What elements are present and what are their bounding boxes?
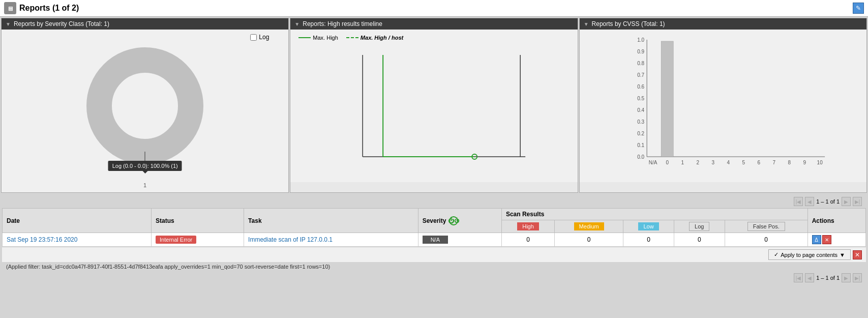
date-link[interactable]: Sat Sep 19 23:57:16 2020 bbox=[7, 236, 77, 243]
action-details-btn[interactable]: Δ bbox=[812, 235, 821, 244]
falsepos-filter-btn[interactable]: False Pos. bbox=[747, 222, 785, 231]
timeline-legend: Max. High Max. High / host bbox=[294, 35, 403, 41]
bottom-prev-page-btn[interactable]: ◀ bbox=[805, 273, 814, 282]
reports-icon: ▤ bbox=[4, 2, 16, 14]
svg-rect-33 bbox=[661, 41, 673, 157]
row-date: Sat Sep 19 23:57:16 2020 bbox=[3, 233, 152, 247]
svg-text:4: 4 bbox=[727, 160, 730, 165]
svg-text:0.4: 0.4 bbox=[637, 107, 644, 113]
donut-count: 1 bbox=[143, 182, 146, 188]
footer-row: ✓ Apply to page contents ▼ ✕ bbox=[2, 247, 866, 262]
log-label: Log bbox=[259, 34, 269, 41]
th-task: Task bbox=[244, 209, 418, 233]
legend-dashed-line bbox=[346, 37, 358, 38]
severity-chart-body: Log Log (0.0 - 0.0): 100.0% (1) 1 bbox=[2, 30, 288, 192]
power-icon[interactable]: ⏻ bbox=[449, 216, 458, 225]
log-checkbox[interactable] bbox=[250, 34, 257, 41]
th-log: Log bbox=[674, 220, 725, 233]
svg-text:10: 10 bbox=[817, 160, 823, 165]
close-footer-btn[interactable]: ✕ bbox=[853, 250, 862, 259]
reports-table: Date Status Task Severity ⏻ Scan Results… bbox=[2, 208, 866, 247]
th-date: Date bbox=[3, 209, 152, 233]
last-page-btn[interactable]: ▶| bbox=[853, 197, 862, 206]
top-bar: ▤ Reports (1 of 2) ✎ bbox=[0, 0, 868, 17]
svg-point-0 bbox=[99, 60, 191, 152]
svg-text:1.0: 1.0 bbox=[637, 37, 644, 43]
row-task: Immediate scan of IP 127.0.0.1 bbox=[244, 233, 418, 247]
edit-button[interactable]: ✎ bbox=[853, 3, 864, 14]
page-title: ▤ Reports (1 of 2) bbox=[4, 2, 79, 14]
pagination-text: 1 – 1 of 1 bbox=[816, 198, 840, 205]
th-actions: Actions bbox=[807, 209, 865, 233]
table-section: |◀ ◀ 1 – 1 of 1 ▶ ▶| Date Status Task Se… bbox=[0, 194, 868, 285]
legend-max-high-host: Max. High / host bbox=[346, 35, 403, 41]
cvss-panel: ▼ Reports by CVSS (Total: 1) 1.0 0.9 0.8… bbox=[579, 18, 867, 193]
th-status: Status bbox=[152, 209, 244, 233]
row-high: 0 bbox=[501, 233, 554, 247]
th-falsepos: False Pos. bbox=[725, 220, 807, 233]
bottom-next-page-btn[interactable]: ▶ bbox=[842, 273, 851, 282]
medium-filter-btn[interactable]: Medium bbox=[574, 222, 604, 230]
svg-text:0: 0 bbox=[666, 160, 669, 165]
high-filter-btn[interactable]: High bbox=[517, 222, 539, 230]
svg-text:0.8: 0.8 bbox=[637, 61, 644, 66]
collapse-arrow[interactable]: ▼ bbox=[6, 21, 11, 27]
cvss-chart-body: 1.0 0.9 0.8 0.7 0.6 0.5 0.4 0.3 0.2 0.1 … bbox=[580, 30, 866, 182]
th-severity: Severity ⏻ bbox=[418, 209, 501, 233]
severity-panel-title: Reports by Severity Class (Total: 1) bbox=[14, 20, 109, 27]
svg-text:0.3: 0.3 bbox=[637, 119, 644, 125]
svg-text:6: 6 bbox=[757, 160, 760, 165]
svg-text:2: 2 bbox=[696, 160, 699, 165]
th-scan-results: Scan Results bbox=[501, 209, 807, 220]
donut-svg-wrap: Log (0.0 - 0.0): 100.0% (1) bbox=[84, 45, 206, 167]
prev-page-btn[interactable]: ◀ bbox=[805, 197, 814, 206]
svg-text:0.9: 0.9 bbox=[637, 49, 644, 54]
filter-text: (Applied filter: task_id=cdc0a47f-8917-4… bbox=[2, 262, 866, 271]
legend-solid-line bbox=[298, 37, 311, 38]
status-badge: Internal Error bbox=[156, 236, 196, 244]
timeline-collapse-arrow[interactable]: ▼ bbox=[294, 21, 300, 27]
donut-area: Log Log (0.0 - 0.0): 100.0% (1) 1 bbox=[6, 34, 284, 188]
row-severity: N/A bbox=[418, 233, 501, 247]
th-high: High bbox=[501, 220, 554, 233]
cvss-svg: 1.0 0.9 0.8 0.7 0.6 0.5 0.4 0.3 0.2 0.1 … bbox=[584, 35, 862, 177]
timeline-chart-body: Max. High Max. High / host bbox=[290, 30, 577, 182]
apply-btn[interactable]: ✓ Apply to page contents ▼ bbox=[768, 249, 851, 260]
svg-text:0.6: 0.6 bbox=[637, 84, 644, 90]
apply-dropdown-arrow[interactable]: ▼ bbox=[840, 252, 845, 258]
donut-svg bbox=[84, 45, 206, 167]
svg-text:8: 8 bbox=[788, 160, 791, 165]
svg-text:3: 3 bbox=[711, 160, 714, 165]
task-link[interactable]: Immediate scan of IP 127.0.0.1 bbox=[248, 236, 333, 243]
timeline-panel: ▼ Reports: High results timeline Max. Hi… bbox=[290, 18, 578, 193]
svg-text:1: 1 bbox=[681, 160, 684, 165]
severity-panel-header: ▼ Reports by Severity Class (Total: 1) bbox=[2, 18, 288, 30]
action-delete-btn[interactable]: ✕ bbox=[822, 235, 831, 244]
th-medium: Medium bbox=[555, 220, 623, 233]
bottom-pagination-text: 1 – 1 of 1 bbox=[816, 275, 840, 281]
timeline-panel-header: ▼ Reports: High results timeline bbox=[290, 18, 577, 30]
svg-text:7: 7 bbox=[772, 160, 775, 165]
donut-tooltip: Log (0.0 - 0.0): 100.0% (1) bbox=[108, 161, 182, 171]
table-row: Sat Sep 19 23:57:16 2020 Internal Error … bbox=[3, 233, 866, 247]
svg-text:0.7: 0.7 bbox=[637, 72, 644, 78]
legend-max-high-host-label: Max. High / host bbox=[361, 35, 403, 41]
row-actions: Δ ✕ bbox=[807, 233, 865, 247]
svg-text:N/A: N/A bbox=[648, 160, 657, 165]
apply-btn-label: Apply to page contents bbox=[781, 252, 837, 258]
bottom-first-page-btn[interactable]: |◀ bbox=[794, 273, 803, 282]
next-page-btn[interactable]: ▶ bbox=[842, 197, 851, 206]
first-page-btn[interactable]: |◀ bbox=[794, 197, 803, 206]
title-text: Reports (1 of 2) bbox=[19, 4, 79, 13]
svg-text:0.2: 0.2 bbox=[637, 131, 644, 136]
row-status: Internal Error bbox=[152, 233, 244, 247]
log-filter-btn[interactable]: Log bbox=[689, 222, 709, 231]
bottom-last-page-btn[interactable]: ▶| bbox=[853, 273, 862, 282]
pagination-top: |◀ ◀ 1 – 1 of 1 ▶ ▶| bbox=[2, 195, 866, 208]
footer-actions: ✓ Apply to page contents ▼ ✕ bbox=[768, 249, 862, 260]
low-filter-btn[interactable]: Low bbox=[638, 222, 659, 230]
cvss-collapse-arrow[interactable]: ▼ bbox=[584, 21, 589, 27]
log-checkbox-row: Log bbox=[250, 34, 269, 41]
legend-max-high-label: Max. High bbox=[313, 35, 338, 41]
row-low: 0 bbox=[623, 233, 674, 247]
